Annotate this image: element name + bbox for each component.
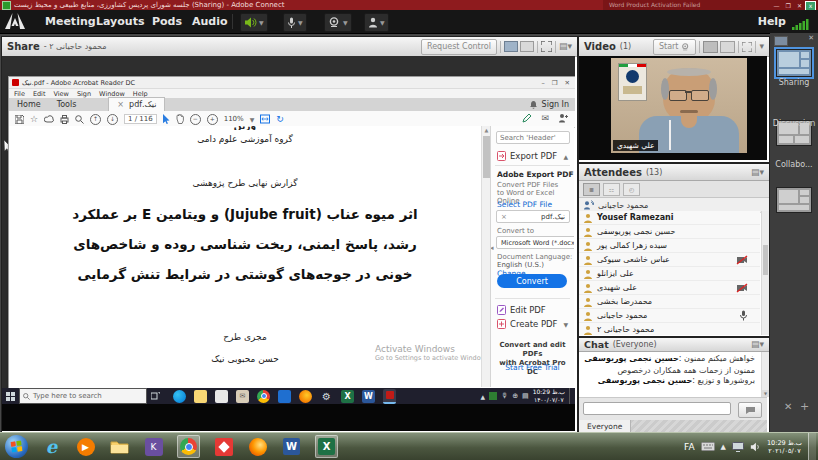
- show-desktop-button[interactable]: [808, 433, 816, 460]
- menu-audio[interactable]: Audio: [192, 10, 228, 33]
- language-indicator[interactable]: FA: [684, 442, 695, 452]
- minimize-button[interactable]: —: [774, 2, 780, 9]
- host-clock[interactable]: 10:29 ب.ظ۲۰۲۱/۰۵/۰۷: [767, 439, 802, 455]
- acrobat-menu-view[interactable]: View: [53, 90, 68, 98]
- display-icon[interactable]: [732, 442, 744, 452]
- acrobat-taskbar-icon[interactable]: [383, 389, 396, 404]
- next-page-icon[interactable]: ↓: [107, 114, 118, 125]
- pdf-document[interactable]: وزین گروه آموزشی علوم دامی گزارش نهایی ط…: [9, 126, 481, 387]
- add-layout-icon[interactable]: +: [800, 400, 809, 413]
- send-message-button[interactable]: [738, 402, 762, 418]
- tray-mic-icon[interactable]: 🎙: [501, 392, 508, 400]
- kmplayer-icon[interactable]: K: [143, 436, 164, 457]
- layout-thumb-sharing[interactable]: [776, 49, 812, 77]
- filmstrip-view-icon[interactable]: [720, 41, 735, 53]
- layout-label-sharing[interactable]: Sharing: [770, 78, 818, 87]
- acrobat-tab-home[interactable]: Home: [9, 98, 49, 111]
- word-icon[interactable]: W: [281, 436, 302, 457]
- save-icon[interactable]: [15, 115, 24, 124]
- tray-network-icon[interactable]: ⊕: [512, 392, 518, 400]
- win10-start-button[interactable]: [2, 388, 19, 404]
- list-view-icon[interactable]: ≣: [583, 183, 600, 196]
- firefox-icon[interactable]: [247, 436, 268, 457]
- acrobat-menu-edit[interactable]: Edit: [33, 90, 46, 98]
- attendee-row[interactable]: عباس خاشعی سیوکی: [579, 253, 760, 267]
- show-desktop-strip[interactable]: [569, 388, 573, 404]
- attendee-row[interactable]: علی شهیدی: [579, 281, 760, 295]
- folder-icon[interactable]: [109, 436, 130, 457]
- menu-meeting[interactable]: Meeting: [45, 10, 96, 33]
- search-icon[interactable]: [75, 115, 84, 124]
- layouts-close-icon[interactable]: ✕: [808, 34, 814, 42]
- speaker-button[interactable]: ▼: [240, 13, 268, 32]
- share-pod-menu-icon[interactable]: ▤▾: [559, 42, 572, 51]
- attendee-row[interactable]: Yousef Ramezani: [579, 211, 760, 225]
- attendee-row[interactable]: محمود حاجیانی ۲: [579, 323, 760, 335]
- menu-help[interactable]: Help: [758, 10, 786, 33]
- cloud-icon[interactable]: [44, 115, 54, 123]
- mail-icon[interactable]: ✉: [236, 390, 249, 403]
- tray-expand-icon[interactable]: ▲: [721, 443, 726, 451]
- zoom-in-icon[interactable]: +: [207, 114, 218, 125]
- previous-page-icon[interactable]: ↑: [90, 114, 101, 125]
- star-icon[interactable]: ☆: [30, 115, 38, 124]
- acrobat-menu-file[interactable]: File: [14, 90, 25, 98]
- acrobat-minimize-button[interactable]: –: [541, 79, 544, 87]
- attendee-row[interactable]: حسین نجمی پوریوسفی: [579, 225, 760, 239]
- scroll-down-icon[interactable]: ▼: [762, 390, 769, 397]
- start-webcam-button[interactable]: Start: [653, 39, 697, 55]
- attendee-row[interactable]: محمود حاجیانی: [579, 309, 760, 323]
- fill-sign-icon[interactable]: [522, 113, 532, 123]
- tray-expand-icon[interactable]: ▲: [481, 393, 486, 400]
- red-app-icon[interactable]: [213, 436, 234, 457]
- word-icon[interactable]: W: [362, 390, 375, 403]
- acrobat-close-button[interactable]: ✕: [565, 79, 570, 87]
- selected-file-box[interactable]: نیک.pdf ×: [496, 210, 570, 223]
- attendee-row[interactable]: محمدرضا بخشی: [579, 295, 760, 309]
- remove-layout-icon[interactable]: ✕: [784, 401, 792, 412]
- internet-explorer-icon[interactable]: e: [41, 436, 62, 457]
- format-dropdown[interactable]: Microsoft Word (*.docx) ▼: [496, 236, 574, 249]
- scrollbar-thumb[interactable]: [763, 245, 768, 275]
- acrobat-tab-tools[interactable]: Tools: [49, 98, 85, 111]
- share-doc-view-icon[interactable]: [520, 41, 534, 52]
- convert-button[interactable]: Convert: [497, 274, 567, 288]
- media-player-icon[interactable]: ▶: [75, 436, 96, 457]
- share-person-icon[interactable]: [558, 113, 569, 123]
- chat-tab-everyone[interactable]: Everyone: [579, 420, 631, 432]
- acrobat-sign-in[interactable]: Sign In: [542, 98, 569, 111]
- webcam-button[interactable]: ▼: [324, 13, 352, 32]
- attendee-row[interactable]: سیده زهرا کمالی پور: [579, 239, 760, 253]
- send-envelope-icon[interactable]: ✉: [541, 114, 549, 123]
- hand-tool-icon[interactable]: [176, 114, 184, 124]
- attendees-scrollbar[interactable]: [761, 211, 769, 335]
- edge-icon[interactable]: [173, 390, 186, 403]
- request-control-button[interactable]: Request Control: [421, 39, 497, 55]
- store-icon[interactable]: [215, 390, 228, 403]
- chrome-icon[interactable]: [177, 435, 200, 458]
- start-free-trial-link[interactable]: Start Free Trial: [491, 363, 574, 372]
- page-indicator[interactable]: 1 / 116: [124, 114, 157, 124]
- excel-icon[interactable]: X: [341, 390, 354, 403]
- acrobat-tab-document[interactable]: نیک.pdf ×: [108, 97, 165, 111]
- rotate-view-icon[interactable]: ↻: [276, 115, 284, 124]
- acrobat-doc-tab-close-icon[interactable]: ×: [117, 98, 124, 111]
- excel-icon[interactable]: X: [315, 435, 338, 458]
- acrobat-menu-sign[interactable]: Sign: [77, 90, 91, 98]
- layouts-menu-icon[interactable]: [774, 36, 788, 46]
- file-explorer-icon[interactable]: [194, 390, 207, 403]
- close-button[interactable]: ✕: [797, 2, 802, 9]
- create-pdf-row[interactable]: Create PDF ▼: [497, 319, 568, 329]
- chat-scrollbar[interactable]: ▼: [761, 352, 769, 397]
- maximize-button[interactable]: ❐: [786, 2, 791, 9]
- chat-pod-menu-icon[interactable]: ▤▾: [751, 340, 764, 349]
- raise-hand-button[interactable]: ▼: [364, 13, 389, 32]
- select-tool-icon[interactable]: [163, 114, 170, 124]
- clear-file-icon[interactable]: ×: [501, 213, 507, 221]
- chevron-up-icon[interactable]: ▲: [563, 153, 568, 160]
- win10-search-box[interactable]: Type here to search: [19, 388, 147, 404]
- task-view-icon[interactable]: [147, 388, 163, 404]
- status-view-icon[interactable]: ◴: [623, 183, 640, 196]
- layout-label-collaboration[interactable]: Collabo...: [770, 160, 818, 169]
- win10-clock[interactable]: 10:29 ب.ظ۱۴۰۰/۰۷/۰۷: [533, 388, 565, 404]
